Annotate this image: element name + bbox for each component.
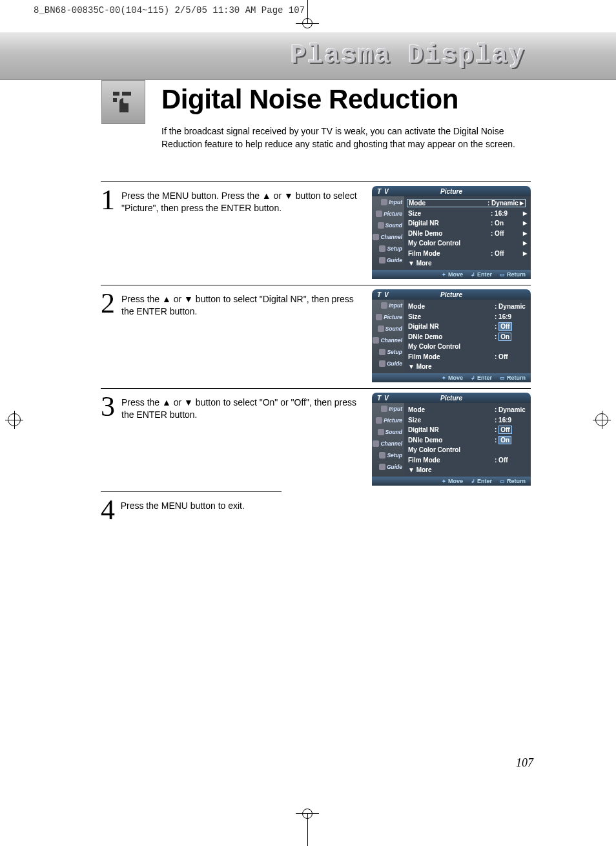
step-2: 2 Press the ▲ or ▼ button to select "Dig…	[101, 285, 531, 388]
step-text: Press the MENU button to exit.	[121, 496, 282, 512]
step-text: Press the MENU button. Press the ▲ or ▼ …	[121, 186, 365, 214]
step-number: 2	[101, 289, 121, 318]
picture-icon	[376, 417, 382, 424]
osd-more: ▼ More	[408, 260, 527, 267]
osd-sidebar: Input Picture Sound Channel Setup Guide	[372, 403, 404, 477]
osd-menu-list: Mode: Dynamic Size: 16:9 Digital NR: Off…	[404, 300, 531, 373]
registration-mark	[5, 411, 23, 429]
picture-icon	[376, 314, 382, 320]
sound-icon	[378, 325, 384, 332]
osd-tv-label: T V	[377, 395, 389, 402]
step-number: 4	[101, 496, 121, 524]
registration-mark	[593, 411, 611, 429]
print-header: 8_BN68-00835C-00(104~115) 2/5/05 11:30 A…	[34, 5, 305, 15]
setup-icon	[379, 245, 385, 252]
step-1: 1 Press the MENU button. Press the ▲ or …	[101, 181, 531, 285]
osd-return-hint: Return	[500, 478, 526, 484]
osd-screenshot-3: T V Picture Input Picture Sound Channel …	[372, 393, 531, 486]
guide-icon	[379, 464, 385, 470]
intro-text: If the broadcast signal received by your…	[161, 125, 542, 150]
osd-return-hint: Return	[500, 271, 526, 278]
osd-screenshot-2: T V Picture Input Picture Sound Channel …	[372, 289, 531, 382]
guide-icon	[379, 360, 385, 367]
step-number: 1	[101, 186, 121, 214]
osd-footer: Move Enter Return	[372, 477, 531, 486]
input-icon	[381, 406, 387, 412]
osd-tv-label: T V	[377, 291, 389, 298]
osd-enter-hint: Enter	[471, 478, 492, 484]
osd-tv-label: T V	[377, 188, 389, 195]
crop-mark-circle	[302, 809, 313, 819]
osd-more: ▼ More	[408, 466, 527, 473]
step-text: Press the ▲ or ▼ button to select "Digit…	[121, 289, 365, 318]
osd-menu-list: Mode: Dynamic▶ Size: 16:9▶ Digital NR: O…	[404, 196, 531, 270]
osd-title: Picture	[372, 188, 531, 195]
svg-rect-1	[122, 92, 131, 96]
osd-title: Picture	[372, 291, 531, 298]
sound-icon	[378, 429, 384, 435]
setup-icon	[379, 349, 385, 355]
channel-icon	[373, 337, 379, 344]
svg-rect-0	[113, 92, 119, 96]
picture-icon	[376, 211, 382, 217]
crop-mark-circle	[302, 18, 313, 28]
input-icon	[381, 302, 387, 309]
osd-sidebar: Input Picture Sound Channel Setup Guide	[372, 300, 404, 373]
osd-title: Picture	[372, 395, 531, 402]
osd-footer: Move Enter Return	[372, 270, 531, 279]
banner-title: Plasma Display	[291, 41, 526, 70]
osd-move-hint: Move	[442, 375, 463, 381]
page-title: Digital Noise Reduction	[161, 84, 458, 115]
step-4: 4 Press the MENU button to exit.	[101, 491, 282, 524]
osd-move-hint: Move	[442, 478, 463, 484]
osd-enter-hint: Enter	[471, 375, 492, 381]
input-icon	[381, 199, 387, 205]
osd-enter-hint: Enter	[471, 271, 492, 278]
osd-screenshot-1: T V Picture Input Picture Sound Channel …	[372, 186, 531, 279]
osd-move-hint: Move	[442, 271, 463, 278]
osd-return-hint: Return	[500, 375, 526, 381]
header-banner: Plasma Display	[0, 32, 616, 80]
step-text: Press the ▲ or ▼ button to select "On" o…	[121, 393, 365, 421]
osd-menu-list: Mode: Dynamic Size: 16:9 Digital NR: Off…	[404, 403, 531, 477]
steps-list: 1 Press the MENU button. Press the ▲ or …	[101, 181, 531, 524]
section-icon	[101, 80, 145, 124]
sound-icon	[378, 222, 384, 229]
channel-icon	[373, 440, 379, 447]
channel-icon	[373, 234, 379, 240]
step-3: 3 Press the ▲ or ▼ button to select "On"…	[101, 388, 531, 491]
page-number: 107	[516, 756, 533, 770]
osd-more: ▼ More	[408, 363, 527, 370]
osd-sidebar: Input Picture Sound Channel Setup Guide	[372, 196, 404, 270]
guide-icon	[379, 257, 385, 263]
svg-rect-2	[113, 98, 117, 102]
osd-footer: Move Enter Return	[372, 373, 531, 382]
setup-icon	[379, 452, 385, 459]
step-number: 3	[101, 393, 121, 421]
